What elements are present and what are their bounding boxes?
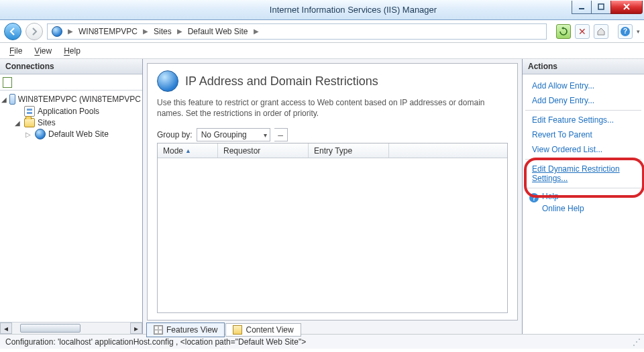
stop-button[interactable]: ✕ [575, 24, 590, 39]
breadcrumb-bar[interactable]: ▶ WIN8TEMPVPC ▶ Sites ▶ Default Web Site… [47, 23, 547, 40]
action-edit-feature[interactable]: Edit Feature Settings... [525, 113, 641, 127]
features-view-icon [154, 325, 163, 335]
actions-separator [525, 188, 641, 188]
content-panel: IP Address and Domain Restrictions Use t… [143, 59, 522, 334]
actions-panel: Actions Add Allow Entry... Add Deny Entr… [522, 59, 644, 334]
svg-rect-3 [27, 112, 32, 114]
action-revert[interactable]: Revert To Parent [525, 127, 641, 142]
tree-server-node[interactable]: ◢ WIN8TEMPVPC (WIN8TEMPVPC [1, 93, 141, 105]
action-add-deny[interactable]: Add Deny Entry... [525, 93, 641, 108]
connections-tree[interactable]: ◢ WIN8TEMPVPC (WIN8TEMPVPC Application P… [0, 91, 142, 322]
connections-toolbar [0, 74, 142, 91]
tree-sites-node[interactable]: ◢ Sites [1, 117, 141, 128]
actions-separator [525, 110, 641, 111]
column-mode[interactable]: Mode ▲ [158, 143, 218, 158]
breadcrumb-arrow-icon: ▶ [177, 27, 182, 35]
group-by-label: Group by: [157, 130, 193, 139]
menu-file[interactable]: File [9, 46, 22, 56]
grid-header-row: Mode ▲ Requestor Entry Type [158, 143, 507, 158]
new-connection-icon[interactable] [3, 77, 12, 88]
status-resize-grip[interactable]: ⋰ [633, 337, 639, 347]
status-text: Configuration: 'localhost' applicationHo… [5, 337, 306, 347]
column-entry-type[interactable]: Entry Type [309, 143, 389, 158]
tree-server-label: WIN8TEMPVPC (WIN8TEMPVPC [18, 95, 141, 104]
grid-body[interactable] [158, 158, 507, 312]
tree-app-pools[interactable]: Application Pools [1, 105, 141, 117]
menu-help[interactable]: Help [64, 46, 80, 56]
site-icon [35, 129, 46, 139]
tree-horizontal-scrollbar[interactable]: ◂ ▸ [0, 322, 142, 334]
tree-sites-label: Sites [38, 118, 56, 127]
window-minimize-button[interactable] [572, 1, 592, 14]
action-view-ordered[interactable]: View Ordered List... [525, 142, 641, 157]
refresh-button[interactable] [556, 24, 571, 39]
action-add-allow[interactable]: Add Allow Entry... [525, 78, 641, 93]
breadcrumb-arrow-icon: ▶ [68, 27, 73, 35]
tree-default-site[interactable]: ▷ Default Web Site [1, 128, 141, 140]
navigation-bar: ▶ WIN8TEMPVPC ▶ Sites ▶ Default Web Site… [0, 20, 644, 43]
scroll-right-button[interactable]: ▸ [130, 322, 142, 334]
window-titlebar: Internet Information Services (IIS) Mana… [0, 0, 644, 20]
menu-view[interactable]: View [34, 46, 52, 56]
restrictions-grid[interactable]: Mode ▲ Requestor Entry Type [157, 143, 508, 313]
tab-features-view[interactable]: Features View [146, 322, 225, 337]
svg-rect-1 [598, 4, 604, 9]
help-button[interactable]: ? [618, 24, 633, 39]
group-by-dropdown[interactable]: No Grouping [197, 128, 270, 141]
breadcrumb-sites[interactable]: Sites [154, 27, 172, 36]
breadcrumb-arrow-icon: ▶ [254, 27, 259, 35]
window-maximize-button[interactable] [591, 1, 611, 14]
nav-back-button[interactable] [4, 23, 21, 40]
sort-asc-icon: ▲ [185, 148, 191, 154]
feature-icon [157, 70, 178, 92]
action-online-help[interactable]: Online Help [542, 201, 584, 213]
server-icon [52, 26, 62, 37]
window-close-button[interactable] [610, 1, 643, 14]
tree-app-pools-label: Application Pools [38, 107, 99, 116]
column-requestor[interactable]: Requestor [218, 143, 309, 158]
page-title: IP Address and Domain Restrictions [185, 74, 378, 89]
nav-forward-button[interactable] [25, 23, 43, 40]
group-by-value: No Grouping [201, 130, 247, 139]
tree-default-site-label: Default Web Site [48, 129, 109, 139]
help-icon: ? [529, 193, 539, 202]
breadcrumb-arrow-icon: ▶ [143, 27, 148, 35]
menu-bar: File View Help [0, 43, 644, 59]
action-edit-dynamic[interactable]: Edit Dynamic Restriction Settings... [525, 162, 641, 186]
content-view-icon [233, 325, 242, 335]
scroll-left-button[interactable]: ◂ [0, 322, 12, 334]
expand-toggle-icon[interactable]: ▷ [24, 131, 32, 138]
actions-separator [525, 159, 641, 160]
folder-icon [24, 118, 35, 127]
column-spacer [389, 143, 507, 158]
app-pools-icon [24, 106, 35, 117]
tab-content-view[interactable]: Content View [225, 323, 301, 337]
window-title: Internet Information Services (IIS) Mana… [134, 5, 572, 15]
svg-rect-2 [27, 109, 32, 111]
action-help[interactable]: Help [542, 192, 584, 201]
connections-panel: Connections ◢ WIN8TEMPVPC (WIN8TEMPVPC A… [0, 59, 143, 334]
breadcrumb-site[interactable]: Default Web Site [188, 27, 248, 36]
connections-header: Connections [0, 59, 142, 74]
expand-toggle-icon[interactable]: ◢ [1, 96, 7, 103]
server-icon [9, 94, 15, 105]
actions-header: Actions [523, 59, 644, 74]
breadcrumb-server[interactable]: WIN8TEMPVPC [78, 27, 138, 36]
page-description: Use this feature to restrict or grant ac… [157, 97, 508, 119]
expand-toggle-icon[interactable]: ◢ [13, 119, 21, 127]
group-by-clear-button[interactable]: – [274, 128, 288, 141]
home-button[interactable] [594, 24, 608, 39]
scroll-thumb[interactable] [20, 324, 80, 333]
